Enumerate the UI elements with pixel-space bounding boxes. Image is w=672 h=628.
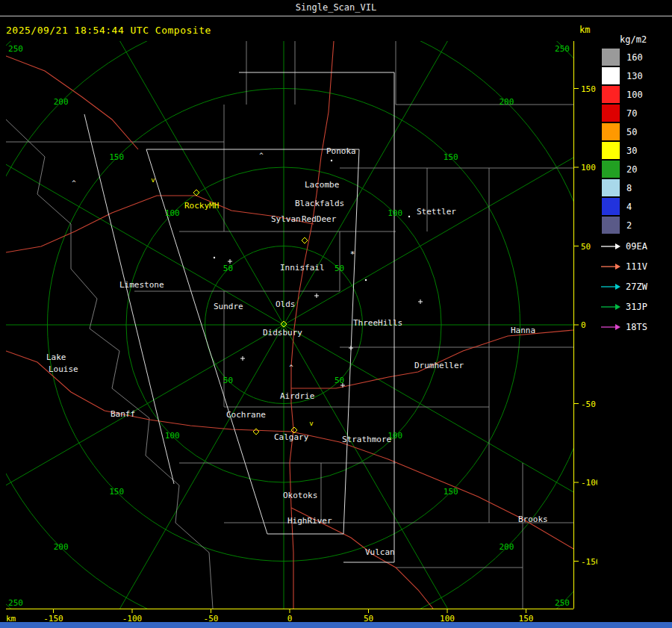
taskbar-strip[interactable]: [0, 622, 672, 628]
city-label: Okotoks: [283, 491, 317, 500]
svg-text:100: 100: [165, 208, 180, 218]
station-legend-row: 31JP: [600, 296, 647, 317]
svg-text:150: 150: [444, 152, 458, 162]
station-id-label: 27ZW: [626, 282, 647, 292]
legend-scale-row: 30: [602, 141, 643, 160]
svg-text:^: ^: [289, 364, 293, 371]
city-label: Stettler: [417, 207, 456, 217]
radar-station-list: 09EA111V27ZW31JP18TS: [600, 236, 647, 337]
svg-text:v: v: [151, 176, 155, 184]
right-axis-tick-label: -50: [581, 400, 596, 409]
svg-text:*: *: [350, 249, 355, 259]
station-id-label: 31JP: [626, 302, 647, 312]
legend-scale-value: 70: [626, 108, 637, 119]
svg-text:50: 50: [223, 264, 233, 273]
city-label: Airdrie: [280, 391, 314, 401]
station-id-label: 18TS: [626, 322, 647, 332]
legend-color-swatch: [602, 142, 620, 159]
svg-text:v: v: [309, 420, 313, 427]
city-label: Brooks: [518, 514, 548, 524]
station-id-label: 111V: [626, 261, 647, 272]
scan-timestamp: 2025/09/21 18:54:44 UTC Composite: [6, 25, 211, 36]
svg-text:200: 200: [54, 97, 69, 107]
legend-color-swatch: [602, 123, 620, 140]
legend-scale-value: 20: [626, 164, 637, 175]
city-label: Strathmore: [342, 435, 391, 444]
radar-map-display[interactable]: 5050505010010010010015015015015020020020…: [6, 41, 573, 609]
station-legend-row: 111V: [600, 256, 647, 276]
city-label: Didsbury: [263, 328, 302, 338]
station-legend-row: 09EA: [600, 236, 647, 256]
legend-unit-label: kg/m2: [620, 34, 647, 45]
legend-scale-value: 160: [626, 52, 643, 63]
station-legend-row: 27ZW: [600, 276, 647, 296]
legend-scale-row: 4: [602, 197, 643, 216]
legend-scale-value: 130: [626, 71, 643, 81]
svg-text:100: 100: [388, 208, 402, 218]
legend-scale-row: 8: [602, 178, 643, 197]
station-arrow-icon: [600, 323, 621, 332]
legend-panel: kg/m2 16013010070503020842 09EA111V27ZW3…: [597, 16, 672, 622]
radar-map-canvas: 5050505010010010010015015015015020020020…: [6, 41, 573, 609]
legend-scale-row: 20: [602, 160, 643, 178]
svg-text:150: 150: [444, 487, 458, 497]
city-label: Louise: [49, 364, 78, 374]
city-label: HighRiver: [287, 516, 332, 526]
legend-color-swatch: [602, 161, 620, 178]
svg-text:200: 200: [499, 97, 514, 107]
station-arrow-icon: [600, 262, 621, 271]
city-label: Hanna: [511, 326, 535, 335]
right-axis-tick-label: -100: [581, 478, 597, 488]
station-arrow-icon: [600, 282, 621, 291]
legend-scale-row: 100: [602, 85, 643, 104]
legend-scale-value: 50: [626, 127, 637, 137]
city-label: Cochrane: [226, 410, 266, 420]
city-label: RockyMH: [184, 201, 219, 211]
city-label: RedDeer: [302, 214, 337, 224]
legend-color-swatch: [602, 105, 620, 122]
legend-scale-row: 50: [602, 122, 643, 141]
legend-scale-value: 30: [626, 146, 637, 156]
legend-color-swatch: [602, 217, 620, 234]
vil-color-scale: 16013010070503020842: [602, 48, 643, 234]
city-label: Vulcan: [365, 547, 395, 557]
svg-text:^: ^: [72, 179, 76, 187]
city-label: Sundre: [214, 302, 243, 311]
city-label: Lake: [46, 352, 66, 362]
legend-color-swatch: [602, 67, 620, 84]
right-distance-axis: 150100500-50-100-150: [573, 41, 597, 609]
legend-color-swatch: [602, 179, 620, 196]
svg-text:250: 250: [8, 44, 23, 54]
city-label: Calgary: [274, 432, 309, 442]
svg-text:50: 50: [335, 264, 344, 273]
city-label: Drumheller: [414, 361, 464, 370]
city-label: Innisfail: [280, 263, 325, 273]
city-label: Blackfalds: [295, 199, 344, 208]
svg-text:250: 250: [555, 598, 570, 608]
city-label: Lacombe: [305, 180, 339, 190]
right-axis-tick-label: 0: [581, 320, 586, 330]
svg-text:100: 100: [165, 431, 180, 441]
station-legend-row: 18TS: [600, 317, 647, 337]
legend-scale-value: 4: [626, 202, 632, 212]
svg-text:200: 200: [499, 542, 514, 552]
right-axis-tick-label: 150: [581, 84, 596, 94]
station-markers: vv*^^^: [72, 152, 423, 435]
svg-text:200: 200: [54, 542, 69, 552]
city-label: ThreeHills: [353, 318, 402, 328]
window-titlebar: Single_Scan_VIL: [0, 0, 672, 16]
station-arrow-icon: [600, 302, 621, 311]
svg-text:^: ^: [259, 152, 264, 159]
city-label: Sylvan: [271, 214, 301, 224]
svg-text:250: 250: [8, 598, 23, 608]
legend-scale-value: 8: [626, 183, 632, 193]
svg-text:150: 150: [109, 152, 124, 162]
right-axis-tick-label: -150: [581, 557, 597, 567]
legend-color-swatch: [602, 198, 620, 215]
station-arrow-icon: [600, 242, 621, 251]
legend-color-swatch: [602, 49, 620, 66]
svg-text:50: 50: [223, 376, 233, 385]
city-label: Limestone: [119, 280, 164, 290]
window-title: Single_Scan_VIL: [296, 2, 376, 13]
legend-scale-row: 160: [602, 48, 643, 66]
